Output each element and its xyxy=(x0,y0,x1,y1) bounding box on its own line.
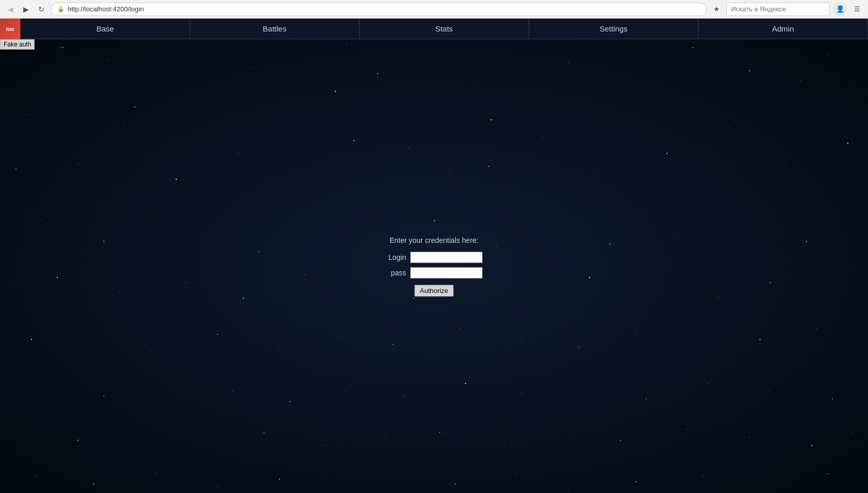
logo-text: me xyxy=(6,26,14,32)
nav-item-base[interactable]: Base xyxy=(21,19,190,39)
nav-items: Base Battles Stats Settings Admin xyxy=(21,19,868,39)
login-input[interactable] xyxy=(410,252,483,263)
nav-item-stats[interactable]: Stats xyxy=(360,19,529,39)
app-wrapper: me Base Battles Stats Settings Admin Fak… xyxy=(0,0,868,493)
refresh-button[interactable]: ↻ xyxy=(35,3,48,16)
browser-toolbar: ◀ ▶ ↻ 🔒 http://localhost:4200/login ★ 👤 … xyxy=(0,0,868,19)
nav-item-admin[interactable]: Admin xyxy=(699,19,868,39)
yandex-search-input[interactable] xyxy=(726,3,830,16)
login-label: Login xyxy=(385,253,406,261)
authorize-button[interactable]: Authorize xyxy=(414,285,454,297)
login-container: Enter your credentials here: Login pass … xyxy=(0,39,868,493)
forward-button[interactable]: ▶ xyxy=(20,3,32,16)
login-row: Login xyxy=(385,252,483,263)
pass-row: pass xyxy=(385,267,483,279)
back-button[interactable]: ◀ xyxy=(4,3,17,16)
credentials-label: Enter your credentials here: xyxy=(390,236,478,244)
nav-item-settings[interactable]: Settings xyxy=(529,19,699,39)
nav-item-battles[interactable]: Battles xyxy=(190,19,360,39)
password-input[interactable] xyxy=(410,267,483,279)
login-form: Enter your credentials here: Login pass … xyxy=(385,236,483,297)
address-text: http://localhost:4200/login xyxy=(68,5,144,13)
fake-auth-button[interactable]: Fake auth xyxy=(0,39,35,50)
app-logo: me xyxy=(0,19,21,39)
nav-bar: me Base Battles Stats Settings Admin xyxy=(0,19,868,39)
address-lock-icon: 🔒 xyxy=(57,6,65,12)
pass-label: pass xyxy=(385,269,406,277)
address-bar[interactable]: 🔒 http://localhost:4200/login xyxy=(51,3,707,16)
menu-button[interactable]: ☰ xyxy=(850,3,864,16)
bookmark-button[interactable]: ★ xyxy=(710,3,723,16)
user-icon-button[interactable]: 👤 xyxy=(833,2,847,17)
browser-chrome: ◀ ▶ ↻ 🔒 http://localhost:4200/login ★ 👤 … xyxy=(0,0,868,19)
